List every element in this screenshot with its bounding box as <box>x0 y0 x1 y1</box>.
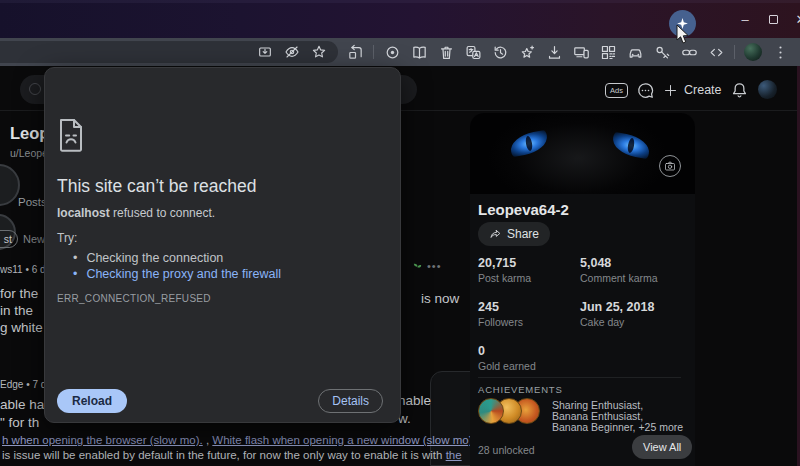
stat-value: 245 <box>478 300 499 314</box>
inline-link[interactable]: the <box>446 449 462 461</box>
toolbar-divider <box>734 45 735 59</box>
close-button[interactable]: ✕ <box>786 0 800 38</box>
extensions-row <box>346 41 789 63</box>
search-icon <box>29 83 41 95</box>
profile-card-name: Leopeva64-2 <box>478 201 569 218</box>
maximize-icon <box>769 15 778 24</box>
error-title: This site can’t be reached <box>57 176 256 197</box>
post-text-fragment: is now <box>421 290 459 307</box>
camera-icon <box>664 160 676 172</box>
create-button[interactable]: Create <box>684 83 722 97</box>
sort-pill[interactable]: st <box>0 230 18 248</box>
install-icon[interactable] <box>256 43 274 61</box>
error-host: localhost <box>57 206 110 220</box>
reading-list-icon[interactable] <box>410 43 428 61</box>
stat-label: Gold earned <box>478 360 536 372</box>
inline-link[interactable]: White flash when opening a new window (s… <box>212 434 474 446</box>
profile-avatar[interactable] <box>744 43 762 61</box>
suggestion-item: Checking the connection <box>73 251 223 265</box>
post-links-line[interactable]: is issue will be enabled by default in t… <box>2 449 474 461</box>
post-links-line[interactable]: h when opening the browser (slow mo). , … <box>2 434 474 446</box>
chat-icon[interactable] <box>636 81 655 104</box>
menu-kebab-icon[interactable] <box>771 43 789 61</box>
post-text-fragment: nable <box>398 392 431 409</box>
post-text-fragment: in the <box>0 302 43 319</box>
browser-window: – ✕ <box>0 0 800 466</box>
share-label: Share <box>507 227 539 241</box>
post-text-fragment: able ha <box>0 396 44 413</box>
translate-icon[interactable] <box>464 43 482 61</box>
stat-value: Jun 25, 2018 <box>580 300 654 314</box>
upvote-sprout-icon <box>412 262 423 273</box>
snoovatar <box>0 164 20 206</box>
mouse-cursor <box>676 25 690 45</box>
history-icon[interactable] <box>491 43 509 61</box>
suggestion-link[interactable]: Checking the proxy and the firewall <box>73 267 281 281</box>
post-meta: ws11 • 6 d <box>0 264 46 275</box>
bookmark-star-icon[interactable] <box>310 43 328 61</box>
download-icon[interactable] <box>545 43 563 61</box>
details-button[interactable]: Details <box>318 389 383 413</box>
stat-value: 20,715 <box>478 256 516 270</box>
error-code: ERR_CONNECTION_REFUSED <box>57 293 211 304</box>
minimize-button[interactable]: – <box>730 0 760 38</box>
code-icon[interactable] <box>707 43 725 61</box>
ads-button[interactable]: Ads <box>605 83 628 98</box>
link-icon[interactable] <box>680 43 698 61</box>
user-avatar[interactable] <box>758 80 777 99</box>
stat-value: 0 <box>478 344 485 358</box>
edit-banner-button[interactable] <box>659 155 681 177</box>
tab-posts[interactable]: Posts <box>18 196 47 208</box>
stat-label: Followers <box>478 316 523 328</box>
stat-label: Comment karma <box>580 272 658 284</box>
maximize-button[interactable] <box>758 0 788 38</box>
error-message: localhost refused to connect. <box>57 206 215 220</box>
post-text-fragment: " for th <box>0 414 39 431</box>
eye-slash-icon[interactable] <box>283 43 301 61</box>
stat-value: 5,048 <box>580 256 611 270</box>
qr-code-icon[interactable] <box>599 43 617 61</box>
cat-eye-left <box>508 130 549 157</box>
achievement-badge <box>478 398 504 424</box>
sad-file-icon <box>57 118 85 156</box>
error-popup-window: This site can’t be reached localhost ref… <box>44 67 401 423</box>
devices-icon[interactable] <box>572 43 590 61</box>
create-plus-icon[interactable] <box>663 83 678 102</box>
lens-icon[interactable] <box>383 43 401 61</box>
car-icon[interactable] <box>626 43 644 61</box>
share-button[interactable]: Share <box>478 222 550 246</box>
card-divider <box>478 377 681 378</box>
post-meta: Edge • 7 d <box>0 379 46 390</box>
reload-button[interactable]: Reload <box>57 389 127 413</box>
inline-link[interactable]: h when opening the browser (slow mo). <box>2 434 203 446</box>
notifications-bell-icon[interactable] <box>730 81 749 104</box>
inline-text: is issue will be enabled by default in t… <box>2 449 446 461</box>
view-all-button[interactable]: View All <box>632 435 692 459</box>
restore-tab-icon[interactable] <box>346 43 364 61</box>
achievements-heading: ACHIEVEMENTS <box>478 384 563 395</box>
trash-icon[interactable] <box>437 43 455 61</box>
sort-new[interactable]: New <box>23 233 45 245</box>
share-icon <box>489 228 502 241</box>
post-options-dots[interactable]: ••• <box>427 260 442 272</box>
try-label: Try: <box>57 231 77 245</box>
stat-label: Post karma <box>478 272 531 284</box>
profile-sidebar-card: Leopeva64-2 Share 20,715 Post karma 5,04… <box>470 113 695 466</box>
stat-label: Cake day <box>580 316 624 328</box>
cat-eye-right <box>610 132 651 159</box>
address-bar[interactable] <box>0 41 338 63</box>
achievement-name: Banana Beginner, +25 more <box>552 422 683 433</box>
post-text-fragment: g white <box>0 319 43 336</box>
password-keys-icon[interactable] <box>653 43 671 61</box>
star-sparkle-icon[interactable] <box>518 43 536 61</box>
post-text-fragment: for the <box>0 285 43 302</box>
toolbar-divider <box>373 45 374 59</box>
profile-banner-image <box>470 113 695 194</box>
achievements-unlocked-count: 28 unlocked <box>478 444 535 456</box>
inline-text: , <box>203 434 213 446</box>
